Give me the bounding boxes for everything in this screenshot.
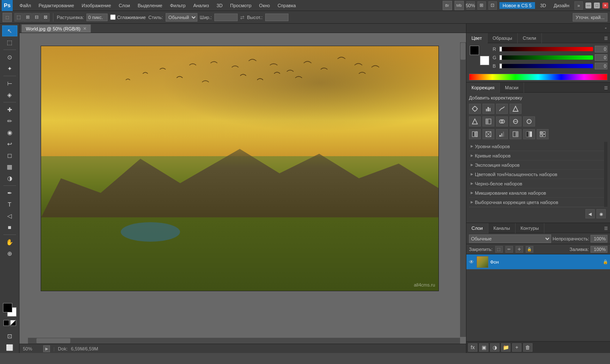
- b-value-input[interactable]: [595, 63, 607, 69]
- corr-item-bw[interactable]: ▶ Черно-белое наборов: [469, 179, 607, 188]
- tool-eraser[interactable]: ◻: [2, 150, 17, 161]
- tool-move[interactable]: ↖: [2, 25, 17, 36]
- menu-help[interactable]: Справка: [274, 2, 299, 9]
- menu-file[interactable]: Файл: [16, 2, 34, 9]
- corr-selectivecolor-icon[interactable]: [537, 129, 549, 139]
- corr-gradientmap-icon[interactable]: [523, 129, 535, 139]
- menu-3d[interactable]: 3D: [213, 2, 226, 9]
- menu-analysis[interactable]: Анализ: [190, 2, 212, 9]
- corr-brightness-icon[interactable]: [469, 104, 481, 114]
- tool-select-rect[interactable]: ⬚: [2, 37, 17, 48]
- tool-options-icon[interactable]: ⬚: [3, 13, 12, 22]
- tool-dodge[interactable]: ◑: [2, 173, 17, 184]
- tool-lasso[interactable]: ⊙: [2, 52, 17, 63]
- layer-visibility-eye[interactable]: 👁: [468, 259, 475, 265]
- opacity-input[interactable]: [591, 235, 607, 243]
- tab-swatches[interactable]: Образцы: [488, 33, 518, 43]
- add-selection-btn[interactable]: ⊞: [23, 13, 32, 22]
- vscroll-thumb[interactable]: [460, 43, 466, 60]
- corr-invert-icon[interactable]: [482, 129, 494, 139]
- corr-bw-icon[interactable]: [482, 116, 494, 127]
- tool-heal[interactable]: ✚: [2, 104, 17, 115]
- canvas-scroll[interactable]: all4cms.ru: [19, 33, 466, 344]
- delete-layer-btn[interactable]: 🗑: [523, 343, 532, 352]
- menu-image[interactable]: Изображение: [78, 2, 114, 9]
- lock-image-btn[interactable]: ✏: [505, 246, 513, 253]
- tool-crop[interactable]: ⊢: [2, 78, 17, 89]
- quick-mask-btn[interactable]: ⊡: [2, 331, 17, 342]
- height-input[interactable]: [265, 14, 288, 21]
- corr-item-selectivecolor[interactable]: ▶ Выборочная коррекция цвета наборов: [469, 198, 607, 207]
- lock-transparent-btn[interactable]: ⬚: [495, 246, 503, 253]
- tool-zoom[interactable]: ⊕: [2, 248, 17, 259]
- vertical-scrollbar[interactable]: [460, 42, 466, 337]
- corr-filter-icon[interactable]: [523, 116, 535, 127]
- fg-color-big[interactable]: [470, 46, 479, 55]
- subtract-selection-btn[interactable]: ⊟: [32, 13, 41, 22]
- corr-hue-icon[interactable]: [469, 116, 481, 127]
- tool-path-select[interactable]: ◁: [2, 210, 17, 221]
- correction-panel-menu[interactable]: ☰: [602, 83, 610, 93]
- status-info-btn[interactable]: ▶: [43, 345, 50, 352]
- menu-window[interactable]: Окно: [256, 2, 274, 9]
- expand-btn[interactable]: »: [574, 1, 583, 10]
- tool-pen[interactable]: ✒: [2, 188, 17, 199]
- corr-exposure-icon[interactable]: [510, 104, 521, 114]
- tab-styles[interactable]: Стили: [518, 33, 542, 43]
- corr-bottom-btn2[interactable]: ◉: [596, 209, 606, 218]
- menu-view[interactable]: Просмотр: [227, 2, 255, 9]
- g-thumb[interactable]: [499, 55, 502, 60]
- g-slider[interactable]: [499, 55, 593, 60]
- tab-paths[interactable]: Контуры: [516, 223, 544, 233]
- hscroll-thumb[interactable]: [36, 338, 70, 343]
- tab-close-btn[interactable]: ✕: [83, 26, 86, 31]
- tool-shape[interactable]: ■: [2, 222, 17, 233]
- tab-correction[interactable]: Коррекция: [466, 83, 500, 93]
- b-slider[interactable]: [499, 64, 593, 68]
- layer-item-fon[interactable]: 👁 Фон 🔒: [466, 254, 610, 270]
- corr-posterize-icon[interactable]: [496, 129, 508, 139]
- bg-color-big[interactable]: [480, 56, 489, 65]
- corr-item-exposure[interactable]: ▶ Экспозиция наборов: [469, 160, 607, 170]
- tool-eyedropper[interactable]: ◈: [2, 89, 17, 100]
- menu-edit[interactable]: Редактирование: [35, 2, 78, 9]
- corr-threshold-icon[interactable]: [510, 129, 521, 139]
- r-slider[interactable]: [499, 47, 593, 51]
- tool-gradient[interactable]: ▦: [2, 161, 17, 172]
- bridge-btn[interactable]: Br: [443, 1, 452, 10]
- tool-text[interactable]: T: [2, 199, 17, 210]
- intersect-selection-btn[interactable]: ⊠: [41, 13, 50, 22]
- corr-vibrance-icon[interactable]: [496, 116, 508, 127]
- g-value-input[interactable]: [595, 54, 607, 61]
- tab-masks[interactable]: Маски: [500, 83, 524, 93]
- zoom-display-btn[interactable]: 50%: [466, 1, 475, 10]
- layer-adjustment-btn[interactable]: ◑: [490, 343, 499, 352]
- blend-mode-select[interactable]: Обычные: [469, 234, 551, 243]
- tool-hand[interactable]: ✋: [2, 237, 17, 248]
- refine-edge-btn[interactable]: Уточн. край...: [573, 13, 607, 22]
- screen-mode-btn[interactable]: ⬜: [2, 342, 17, 353]
- r-value-input[interactable]: [595, 46, 607, 52]
- menu-select[interactable]: Выделение: [134, 2, 166, 9]
- layer-style-btn[interactable]: fx: [468, 343, 477, 352]
- anti-alias-checkbox[interactable]: [110, 14, 116, 20]
- new-cs5-btn[interactable]: Новое в CS 5: [499, 2, 535, 9]
- corr-levels-icon[interactable]: [482, 104, 494, 114]
- canvas-image[interactable]: all4cms.ru: [41, 46, 439, 291]
- feather-input[interactable]: [86, 14, 108, 21]
- window-maximize[interactable]: □: [594, 3, 600, 8]
- corr-colorbalance-icon[interactable]: [510, 116, 521, 127]
- lock-position-btn[interactable]: ✛: [516, 246, 523, 253]
- menu-filter[interactable]: Фильтр: [166, 2, 189, 9]
- fill-input[interactable]: [591, 246, 607, 253]
- tool-stamp[interactable]: ◉: [2, 127, 17, 138]
- new-layer-btn[interactable]: +: [512, 343, 521, 352]
- tool-magic-wand[interactable]: ✦: [2, 63, 17, 74]
- tab-layers[interactable]: Слои: [466, 223, 488, 233]
- corr-channelmix-icon[interactable]: [469, 129, 481, 139]
- canvas-tab-active[interactable]: World.jpg @ 50% (RGB/8) ✕: [21, 24, 91, 33]
- corr-bottom-btn1[interactable]: ◀: [585, 209, 595, 218]
- corr-item-levels[interactable]: ▶ Уровни наборов: [469, 142, 607, 151]
- tool-history-brush[interactable]: ↩: [2, 138, 17, 149]
- tool-brush[interactable]: ✏: [2, 116, 17, 127]
